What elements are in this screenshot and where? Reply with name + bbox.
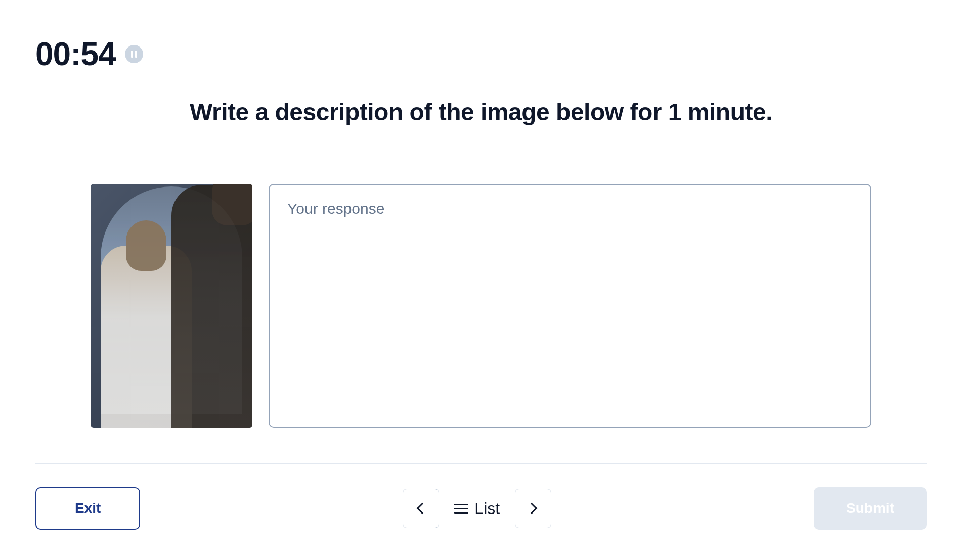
response-input[interactable] [269, 184, 871, 428]
list-button[interactable]: List [454, 499, 500, 518]
content-row [91, 184, 871, 428]
chevron-right-icon [526, 503, 538, 515]
timer-row: 00:54 [0, 0, 962, 73]
footer-nav: Exit List Submit [35, 487, 927, 530]
divider [35, 463, 927, 464]
nav-center: List [403, 489, 551, 528]
main-container: 00:54 Write a description of the image b… [0, 0, 962, 560]
submit-button[interactable]: Submit [814, 487, 927, 530]
next-button[interactable] [515, 489, 551, 528]
chevron-left-icon [417, 503, 428, 515]
hamburger-icon [454, 504, 468, 514]
list-label: List [474, 499, 500, 518]
timer-display: 00:54 [35, 35, 116, 73]
prompt-text: Write a description of the image below f… [0, 98, 962, 126]
prompt-image [91, 184, 252, 428]
pause-icon[interactable] [125, 45, 143, 63]
exit-button[interactable]: Exit [35, 487, 140, 530]
prev-button[interactable] [403, 489, 439, 528]
